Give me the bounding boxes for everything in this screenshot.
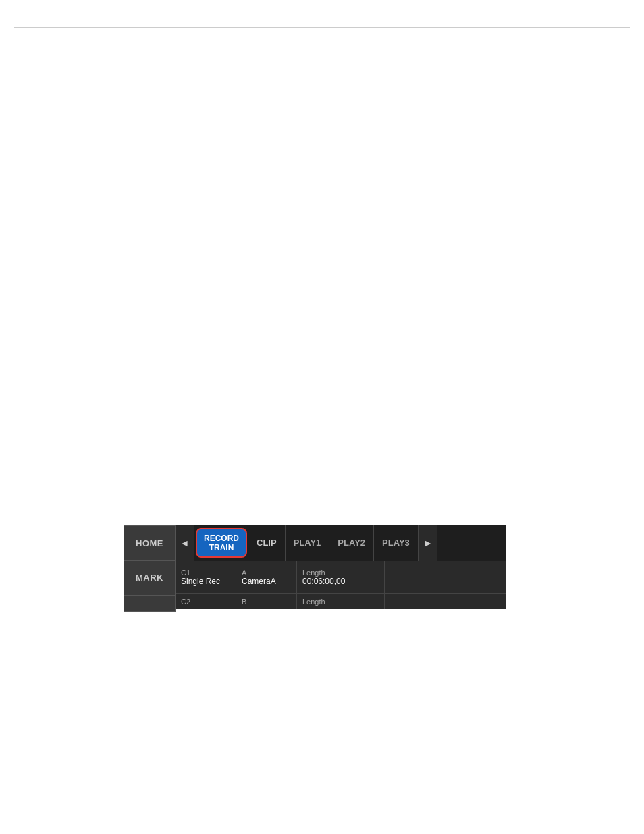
cell-length-value: 00:06:00,00 [302,577,379,586]
data-row-1: C1 Single Rec A CameraA Length 00:06:00,… [176,561,506,593]
data-cell2-length2: Length [297,594,385,609]
top-border [14,27,630,28]
data-cell-camera-a: A CameraA [236,561,297,593]
nav-right-button[interactable]: ► [419,525,437,561]
main-container: HOME MARK ◄ RECORD TRAIN CLIP PLAY1 PLAY… [124,525,506,612]
cell-camera-a-label: A [242,569,291,577]
cell-length-label: Length [302,569,379,577]
content-col: ◄ RECORD TRAIN CLIP PLAY1 PLAY2 PLAY3 ► … [176,525,506,612]
data-cell2-empty [385,594,506,609]
tab-record-train[interactable]: RECORD TRAIN [196,528,247,558]
cell-length2-text: Length [302,598,325,606]
home-button[interactable]: HOME [124,525,176,561]
cell-c2-text: C2 [181,598,190,606]
tab-play2[interactable]: PLAY2 [329,525,374,561]
tab-play1[interactable]: PLAY1 [286,525,330,561]
sidebar-col: HOME MARK [124,525,176,612]
cell-camera-a-value: CameraA [242,577,291,586]
mark-button[interactable]: MARK [124,561,176,596]
nav-left-button[interactable]: ◄ [176,525,194,561]
partial-row-label [124,596,176,612]
tab-play3[interactable]: PLAY3 [374,525,419,561]
tab-row: ◄ RECORD TRAIN CLIP PLAY1 PLAY2 PLAY3 ► [176,525,506,561]
data-cell2-c2: C2 [176,594,236,609]
cell-c1-value: Single Rec [181,577,230,586]
data-row-2: C2 B Length [176,593,506,609]
data-cell-c1: C1 Single Rec [176,561,236,593]
tab-clip[interactable]: CLIP [248,525,286,561]
data-cell2-b: B [236,594,297,609]
data-cell-length: Length 00:06:00,00 [297,561,385,593]
data-cell-empty-1 [385,561,506,593]
cell-b-text: B [242,598,246,606]
cell-c1-label: C1 [181,569,230,577]
